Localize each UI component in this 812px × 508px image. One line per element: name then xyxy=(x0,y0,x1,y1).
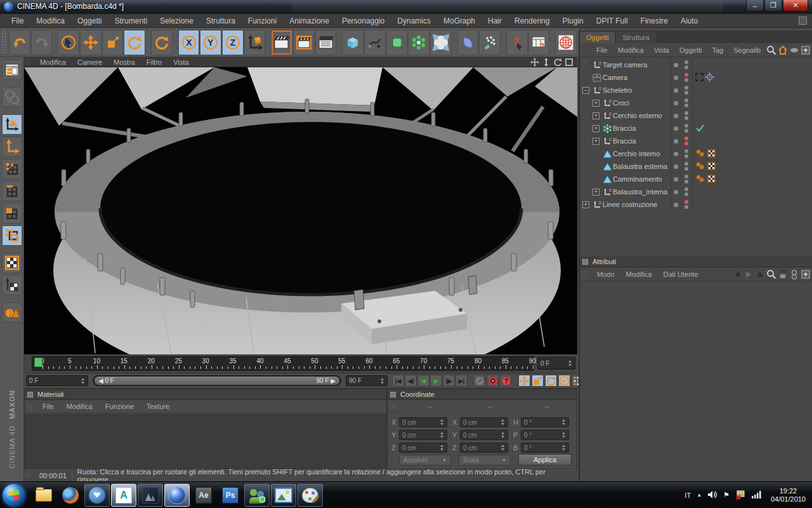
layer-dot-column[interactable] xyxy=(671,58,681,71)
layer-dot-column[interactable] xyxy=(671,97,681,109)
viewport-rotate-icon[interactable] xyxy=(552,58,563,67)
expand-icon[interactable]: + xyxy=(593,112,599,119)
attr-forward-icon[interactable] xyxy=(743,269,754,279)
points-mode-button[interactable] xyxy=(2,159,22,179)
viewport-zoom-icon[interactable] xyxy=(540,58,552,67)
visibility-dot[interactable] xyxy=(684,154,688,158)
edges-mode-button[interactable] xyxy=(2,181,22,201)
layer-dot[interactable] xyxy=(674,88,678,93)
om-menu-segnalib[interactable]: Segnalib xyxy=(728,46,766,54)
visibility-dot[interactable] xyxy=(684,78,688,82)
tree-item-braccia[interactable]: +Braccia xyxy=(580,124,671,133)
render-settings-button[interactable] xyxy=(315,30,337,55)
key-rotation-toggle[interactable] xyxy=(545,375,557,387)
language-indicator[interactable]: IT xyxy=(684,491,691,499)
tree-row[interactable]: Balaustra esterna xyxy=(580,160,812,173)
viewport-menu-filtro[interactable]: Filtro xyxy=(141,58,167,66)
menu-oggetti[interactable]: Oggetti xyxy=(71,14,108,28)
visibility-dot[interactable] xyxy=(684,65,688,69)
menu-strumenti[interactable]: Strumenti xyxy=(108,14,154,28)
tree-row[interactable]: +0Balaustra_interna xyxy=(580,185,812,198)
update-error-icon[interactable] xyxy=(735,490,745,501)
start-button[interactable] xyxy=(3,484,25,507)
tag-uvw-icon[interactable] xyxy=(707,149,716,159)
volume-icon[interactable] xyxy=(707,490,717,500)
tree-row[interactable]: +0Croci xyxy=(580,97,812,109)
layer-dot-column[interactable] xyxy=(671,173,681,185)
attr-search-icon[interactable] xyxy=(766,269,777,279)
frame-end-field[interactable]: 90 F▲▼ xyxy=(346,375,388,386)
layer-dot-column[interactable] xyxy=(671,185,681,198)
visibility-dot[interactable] xyxy=(684,104,688,107)
collapse-icon[interactable]: − xyxy=(582,87,589,94)
taskbar-aftereffects-icon[interactable]: Ae xyxy=(191,484,216,507)
menu-grip-icon[interactable] xyxy=(799,17,807,25)
tab-oggetti[interactable]: Oggetti xyxy=(580,32,615,43)
animation-mode-button[interactable] xyxy=(2,225,22,246)
layer-dot[interactable] xyxy=(674,190,678,194)
menu-aiuto[interactable]: Aiuto xyxy=(674,14,704,28)
layer-dot-column[interactable] xyxy=(671,160,681,173)
visibility-dots[interactable] xyxy=(681,109,692,122)
viewport-menu-vista[interactable]: Vista xyxy=(167,58,194,66)
current-frame-field[interactable]: 0 F▲▼ xyxy=(537,357,575,370)
menu-modifica[interactable]: Modifica xyxy=(30,14,71,28)
om-menu-vista[interactable]: Vista xyxy=(649,46,674,54)
viewport-menu-mostra[interactable]: Mostra xyxy=(108,58,141,66)
clock[interactable]: 19:22 04/01/2010 xyxy=(767,487,806,504)
coord-header-2[interactable]: – xyxy=(488,403,492,410)
visibility-dot[interactable] xyxy=(684,175,688,178)
viewport-menu-camere[interactable]: Camere xyxy=(72,58,108,66)
layer-dot-column[interactable] xyxy=(671,84,681,97)
move-button[interactable] xyxy=(80,30,102,55)
visibility-dot[interactable] xyxy=(684,192,688,196)
tree-row[interactable]: +0Linee costruzione xyxy=(580,198,812,211)
visibility-dot[interactable] xyxy=(684,86,688,90)
visibility-dots[interactable] xyxy=(681,198,692,211)
redo-button[interactable] xyxy=(31,30,53,55)
model-mode-button[interactable] xyxy=(2,114,22,135)
add-modeling-object-button[interactable] xyxy=(408,30,429,55)
om-menu-tag[interactable]: Tag xyxy=(707,46,728,54)
attr-lock-icon[interactable] xyxy=(777,269,789,279)
layer-dot[interactable] xyxy=(674,114,678,118)
taskbar-media-icon[interactable] xyxy=(138,484,163,507)
autokey-button[interactable] xyxy=(487,375,499,387)
undo-button[interactable] xyxy=(9,30,30,55)
coord-input-y[interactable]: 0 cm▲▼ xyxy=(399,430,447,440)
viewport-3d-view[interactable] xyxy=(24,67,577,354)
layer-dot-column[interactable] xyxy=(671,135,681,147)
frame-start-field[interactable]: 0 F▲▼ xyxy=(26,375,88,386)
taskbar-paint-icon[interactable] xyxy=(298,484,323,507)
polygons-mode-button[interactable] xyxy=(2,203,22,224)
materials-list-area[interactable] xyxy=(25,413,386,469)
attr-menu-modifica[interactable]: Modifica xyxy=(620,271,658,278)
record-keyframe-button[interactable] xyxy=(473,375,485,387)
panel-square-icon[interactable] xyxy=(582,259,588,265)
expand-icon[interactable]: + xyxy=(593,189,599,196)
add-environment-button[interactable] xyxy=(457,30,479,55)
coord-input-z[interactable]: 0 cm▲▼ xyxy=(399,443,447,453)
coord-header-1[interactable]: – xyxy=(428,403,432,410)
tree-row[interactable]: Camera xyxy=(580,71,812,84)
visibility-dots[interactable] xyxy=(681,71,692,84)
layer-dot[interactable] xyxy=(674,164,678,169)
taskbar-explorer-icon[interactable] xyxy=(31,484,56,507)
prev-key-button[interactable]: ◀| xyxy=(405,375,417,387)
viewport-maximize-icon[interactable] xyxy=(563,58,575,67)
lock-x-button[interactable]: X xyxy=(178,30,200,55)
online-help-button[interactable] xyxy=(555,30,577,55)
scale-mode-dropdown[interactable]: Scala▼ xyxy=(459,455,511,465)
play-backward-button[interactable]: ◀ xyxy=(417,375,429,387)
viewport-menu-modifica[interactable]: Modifica xyxy=(34,58,72,66)
tree-row[interactable]: +Braccia xyxy=(580,122,812,135)
goto-end-button[interactable]: ▶| xyxy=(455,375,468,387)
tag-check-icon[interactable] xyxy=(695,124,705,133)
layer-dot-column[interactable] xyxy=(671,198,681,211)
om-menu-oggetti[interactable]: Oggetti xyxy=(674,46,707,54)
attr-back-icon[interactable] xyxy=(731,269,743,279)
coordinate-system-button[interactable] xyxy=(244,30,266,55)
tray-expand-icon[interactable]: ▲ xyxy=(697,492,702,498)
tree-item-cerchio-interno[interactable]: Cerchio interno xyxy=(580,150,671,158)
tree-item-target-camera[interactable]: 0Target camera xyxy=(580,60,671,70)
